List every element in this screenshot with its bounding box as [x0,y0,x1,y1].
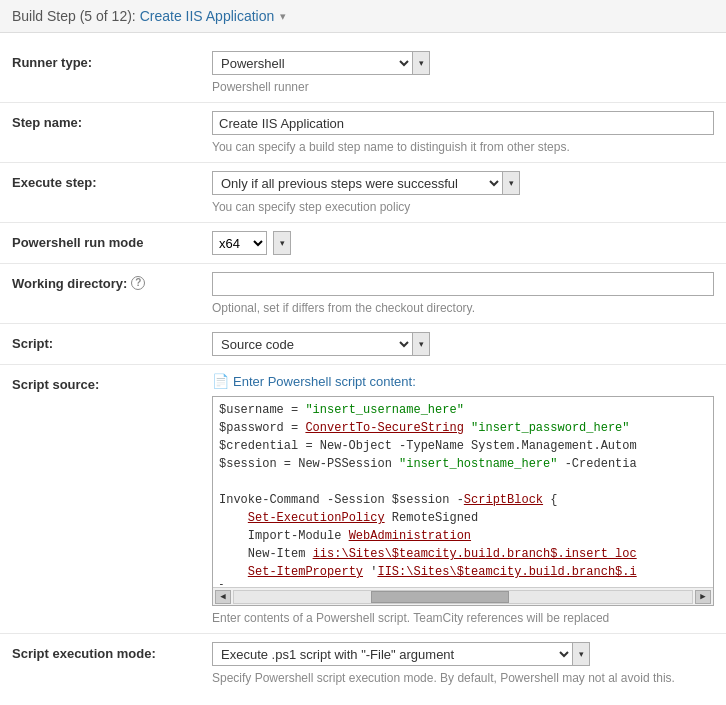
run-mode-field: x64 ▾ [212,231,714,255]
step-info: Build Step (5 of 12): [12,8,136,24]
execution-mode-select[interactable]: Execute .ps1 script with "-File" argumen… [212,642,572,666]
script-select-wrapper: Source code ▾ [212,332,714,356]
script-arrow[interactable]: ▾ [412,332,430,356]
page-header: Build Step (5 of 12): Create IIS Applica… [0,0,726,33]
execution-mode-field: Execute .ps1 script with "-File" argumen… [212,642,714,685]
step-name-hint: You can specify a build step name to dis… [212,140,714,154]
scroll-left-btn[interactable]: ◀ [215,590,231,604]
execute-step-hint: You can specify step execution policy [212,200,714,214]
code-scrollbar: ◀ ▶ [213,587,713,605]
run-mode-select[interactable]: x64 [212,231,267,255]
runner-type-field: Powershell ▾ Powershell runner [212,51,714,94]
run-mode-select-wrapper: x64 ▾ [212,231,714,255]
scroll-right-btn[interactable]: ▶ [695,590,711,604]
code-editor[interactable]: $username = "insert_username_here" $pass… [212,396,714,606]
runner-type-arrow[interactable]: ▾ [412,51,430,75]
runner-type-select[interactable]: Powershell [212,51,412,75]
execution-mode-hint: Specify Powershell script execution mode… [212,671,714,685]
execution-mode-label: Script execution mode: [12,642,212,661]
working-dir-help[interactable]: ? [131,276,145,290]
script-enter-label: 📄 Enter Powershell script content: [212,373,714,389]
code-content: $username = "insert_username_here" $pass… [213,397,713,585]
page-header-title: Build Step (5 of 12): Create IIS Applica… [12,8,274,24]
script-source-hint: Enter contents of a Powershell script. T… [212,611,714,625]
script-row: Script: Source code ▾ [0,324,726,365]
runner-type-row: Runner type: Powershell ▾ Powershell run… [0,43,726,103]
run-mode-arrow[interactable]: ▾ [273,231,291,255]
scroll-track [233,590,693,604]
step-name-row: Step name: You can specify a build step … [0,103,726,163]
run-mode-label: Powershell run mode [12,231,212,250]
step-name-label: Step name: [12,111,212,130]
working-dir-hint: Optional, set if differs from the checko… [212,301,714,315]
runner-type-hint: Powershell runner [212,80,714,94]
working-dir-field: Optional, set if differs from the checko… [212,272,714,315]
execute-step-select-wrapper: Only if all previous steps were successf… [212,171,714,195]
execution-mode-arrow[interactable]: ▾ [572,642,590,666]
execute-step-label: Execute step: [12,171,212,190]
step-name-input[interactable] [212,111,714,135]
execution-mode-select-wrapper: Execute .ps1 script with "-File" argumen… [212,642,714,666]
script-source-row: Script source: 📄 Enter Powershell script… [0,365,726,634]
execute-step-select[interactable]: Only if all previous steps were successf… [212,171,502,195]
scroll-thumb[interactable] [371,591,508,603]
script-source-field: 📄 Enter Powershell script content: $user… [212,373,714,625]
script-source-label: Script source: [12,373,212,392]
form-container: Runner type: Powershell ▾ Powershell run… [0,33,726,703]
execution-mode-row: Script execution mode: Execute .ps1 scri… [0,634,726,693]
script-field: Source code ▾ [212,332,714,356]
execute-step-row: Execute step: Only if all previous steps… [0,163,726,223]
script-doc-icon: 📄 [212,373,229,389]
script-label: Script: [12,332,212,351]
step-name-field: You can specify a build step name to dis… [212,111,714,154]
script-select[interactable]: Source code [212,332,412,356]
runner-type-label: Runner type: [12,51,212,70]
header-dropdown-icon[interactable]: ▾ [280,10,286,23]
working-dir-label: Working directory: ? [12,272,212,291]
runner-type-select-wrapper: Powershell ▾ [212,51,714,75]
working-dir-input[interactable] [212,272,714,296]
execute-step-arrow[interactable]: ▾ [502,171,520,195]
execute-step-field: Only if all previous steps were successf… [212,171,714,214]
run-mode-row: Powershell run mode x64 ▾ [0,223,726,264]
step-name: Create IIS Application [140,8,275,24]
working-dir-row: Working directory: ? Optional, set if di… [0,264,726,324]
